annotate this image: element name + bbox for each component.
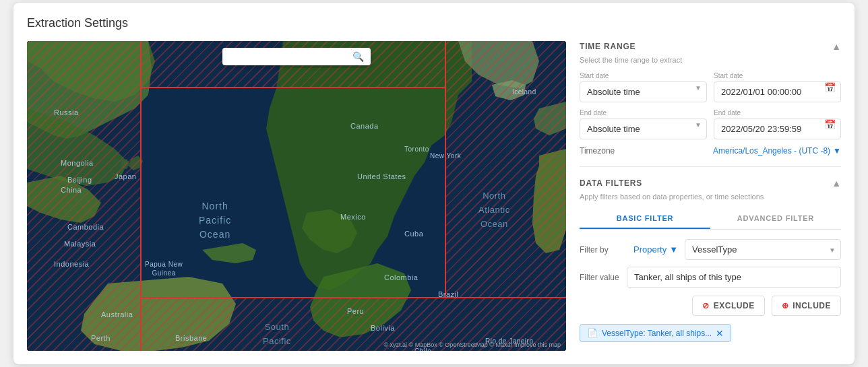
- end-date-row: End date Absolute time Relative time ▼ E…: [580, 109, 841, 139]
- end-type-label: End date: [580, 109, 707, 116]
- start-date-wrapper: Start date 📅: [714, 72, 841, 102]
- start-type-select[interactable]: Absolute time Relative time: [580, 81, 707, 102]
- end-type-wrapper: End date Absolute time Relative time ▼: [580, 109, 707, 139]
- timezone-label: Timezone: [580, 146, 615, 156]
- search-icon[interactable]: 🔍: [352, 51, 364, 62]
- map-search-bar: 🔍: [222, 48, 371, 65]
- map-search-input[interactable]: [229, 52, 352, 62]
- vessel-type-select[interactable]: VesselType Speed Course: [685, 239, 841, 260]
- start-calendar-icon[interactable]: 📅: [824, 82, 836, 93]
- end-date-wrapper: End date 📅: [714, 109, 841, 139]
- include-button[interactable]: ⊕ INCLUDE: [772, 296, 841, 316]
- time-range-title: TIME RANGE: [580, 42, 636, 51]
- filter-value-label: Filter value: [580, 273, 627, 282]
- property-dropdown-icon: ▼: [669, 244, 678, 255]
- time-range-collapse-icon[interactable]: ▲: [832, 41, 841, 52]
- start-date-input[interactable]: [714, 81, 841, 102]
- include-icon: ⊕: [782, 301, 789, 310]
- include-label: INCLUDE: [793, 301, 831, 310]
- exclude-button[interactable]: ⊘ EXCLUDE: [692, 296, 764, 316]
- extraction-settings-card: Extraction Settings: [13, 3, 855, 364]
- filter-action-buttons: ⊘ EXCLUDE ⊕ INCLUDE: [580, 296, 841, 316]
- filter-tag-doc-icon: 📄: [587, 328, 598, 338]
- data-filters-collapse-icon[interactable]: ▲: [832, 178, 841, 189]
- end-calendar-icon[interactable]: 📅: [824, 119, 836, 130]
- map-area: Russia Mongolia Beijing China Japan Camb…: [27, 41, 566, 351]
- filter-by-label: Filter by: [580, 245, 627, 255]
- filter-tag-text: VesselType: Tanker, all ships...: [602, 329, 712, 338]
- time-range-section: TIME RANGE ▲ Select the time range to ex…: [580, 41, 841, 167]
- active-filters-area: 📄 VesselType: Tanker, all ships... ✕: [580, 324, 841, 342]
- vessel-type-wrapper: VesselType Speed Course ▼: [685, 239, 841, 260]
- data-filters-section: DATA FILTERS ▲ Apply filters based on da…: [580, 178, 841, 342]
- start-date-label: Start date: [714, 72, 841, 79]
- filter-by-row: Filter by Property ▼ VesselType Speed Co…: [580, 239, 841, 260]
- active-filter-tag: 📄 VesselType: Tanker, all ships... ✕: [580, 324, 731, 342]
- timezone-text: America/Los_Angeles - (UTC -8): [713, 146, 830, 156]
- filter-value-input[interactable]: [627, 267, 841, 288]
- data-filters-subtitle: Apply filters based on data properties, …: [580, 193, 841, 201]
- filter-tabs: BASIC FILTER ADVANCED FILTER: [580, 209, 841, 230]
- settings-panel: TIME RANGE ▲ Select the time range to ex…: [580, 41, 841, 351]
- end-type-select[interactable]: Absolute time Relative time: [580, 119, 707, 139]
- page-title: Extraction Settings: [27, 16, 841, 30]
- start-type-wrapper: Start date Absolute time Relative time ▼: [580, 72, 707, 102]
- filter-value-row: Filter value: [580, 267, 841, 288]
- selection-right-overlay: [445, 41, 566, 297]
- time-range-header: TIME RANGE ▲: [580, 41, 841, 52]
- time-range-subtitle: Select the time range to extract: [580, 56, 841, 64]
- exclude-label: EXCLUDE: [714, 301, 755, 310]
- start-type-label: Start date: [580, 72, 707, 79]
- exclude-icon: ⊘: [702, 301, 710, 310]
- timezone-row: Timezone America/Los_Angeles - (UTC -8) …: [580, 146, 841, 156]
- main-layout: Russia Mongolia Beijing China Japan Camb…: [27, 41, 841, 351]
- filter-by-property-button[interactable]: Property ▼: [633, 244, 678, 255]
- filter-tag-close-button[interactable]: ✕: [716, 329, 724, 338]
- data-filters-title: DATA FILTERS: [580, 178, 642, 188]
- end-date-label: End date: [714, 109, 841, 116]
- tab-advanced-filter[interactable]: ADVANCED FILTER: [710, 209, 841, 229]
- timezone-value[interactable]: America/Los_Angeles - (UTC -8) ▼: [713, 146, 841, 156]
- selection-left-overlay: [27, 41, 142, 351]
- timezone-dropdown-icon: ▼: [833, 146, 841, 156]
- property-label: Property: [633, 244, 666, 255]
- start-date-row: Start date Absolute time Relative time ▼…: [580, 72, 841, 102]
- data-filters-header: DATA FILTERS ▲: [580, 178, 841, 189]
- end-date-input[interactable]: [714, 119, 841, 139]
- tab-basic-filter[interactable]: BASIC FILTER: [580, 209, 710, 229]
- map-attribution: © xyzt.ai © MapBox © OpenStreetMap © Max…: [383, 341, 561, 348]
